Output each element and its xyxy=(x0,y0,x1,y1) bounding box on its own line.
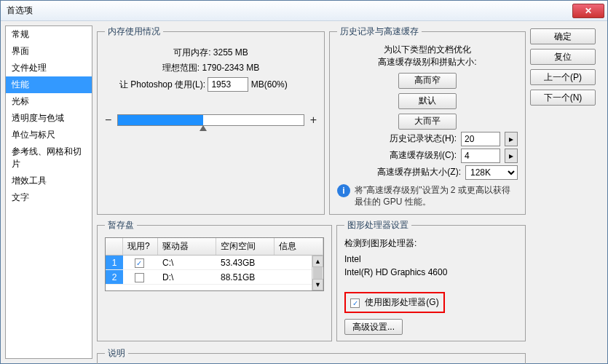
memory-legend: 内存使用情况 xyxy=(105,25,163,38)
cache-tile-label: 高速缓存拼贴大小(Z): xyxy=(377,166,461,178)
adv-btn-row: 高级设置... xyxy=(344,319,518,335)
sidebar-item-interface[interactable]: 界面 xyxy=(6,43,92,60)
let-unit: MB(60%) xyxy=(251,79,288,90)
ideal-value: 1790-2343 MB xyxy=(202,63,259,73)
sidebar-item-plugins[interactable]: 增效工具 xyxy=(6,173,92,189)
let-row: 让 Photoshop 使用(L): MB(60%) xyxy=(119,77,317,92)
row-free: 53.43GB xyxy=(216,258,275,268)
vertical-scrollbar[interactable]: ▲ ▼ xyxy=(312,256,323,290)
avail-label: 可用内存: xyxy=(173,47,210,58)
default-button[interactable]: 默认 xyxy=(398,93,457,109)
history-states-input[interactable] xyxy=(461,132,500,146)
advanced-settings-button[interactable]: 高级设置... xyxy=(344,319,403,335)
left-column: 内存使用情况 可用内存: 3255 MB 理想范围: 1790-2343 MB … xyxy=(97,25,526,359)
right-buttons-column: 确定 复位 上一个(P) 下一个(N) xyxy=(530,25,603,359)
description-fieldset: 说明 xyxy=(97,347,526,364)
top-row: 内存使用情况 可用内存: 3255 MB 理想范围: 1790-2343 MB … xyxy=(97,25,526,215)
active-checkbox[interactable] xyxy=(135,258,144,268)
slider-thumb[interactable] xyxy=(200,125,207,132)
memory-fieldset: 内存使用情况 可用内存: 3255 MB 理想范围: 1790-2343 MB … xyxy=(97,25,325,215)
history-states-label: 历史记录状态(H): xyxy=(390,132,457,145)
active-checkbox[interactable] xyxy=(135,273,144,282)
ideal-label: 理想范围: xyxy=(162,63,200,73)
th-info: 信息 xyxy=(275,238,323,255)
gpu-info: Intel Intel(R) HD Graphics 4600 xyxy=(344,253,518,279)
cache-levels-input[interactable] xyxy=(461,149,500,163)
titlebar: 首选项 ✕ xyxy=(1,1,607,21)
ok-button[interactable]: 确定 xyxy=(530,28,596,44)
tip-row: i 将"高速缓存级别"设置为 2 或更高以获得最佳的 GPU 性能。 xyxy=(337,184,518,209)
cache-tile-field: 高速缓存拼贴大小(Z): 128K xyxy=(337,165,518,180)
let-label: 让 Photoshop 使用(L): xyxy=(119,79,205,90)
scroll-thumb[interactable] xyxy=(313,267,323,279)
tip-text: 将"高速缓存级别"设置为 2 或更高以获得最佳的 GPU 性能。 xyxy=(355,184,518,209)
next-button[interactable]: 下一个(N) xyxy=(530,90,596,106)
memory-input[interactable] xyxy=(208,77,248,92)
memory-slider[interactable] xyxy=(117,114,304,126)
ideal-row: 理想范围: 1790-2343 MB xyxy=(105,62,317,74)
history-states-field: 历史记录状态(H): ▸ xyxy=(337,132,518,146)
row-drive: C:\ xyxy=(158,258,216,268)
main-panel: 内存使用情况 可用内存: 3255 MB 理想范围: 1790-2343 MB … xyxy=(97,25,603,359)
row-active xyxy=(123,272,158,282)
table-body: 1 C:\ 53.43GB 2 D:\ xyxy=(106,256,323,290)
preferences-window: 首选项 ✕ 常规 界面 文件处理 性能 光标 透明度与色域 单位与标尺 参考线、… xyxy=(0,0,608,364)
scratch-fieldset: 暂存盘 现用? 驱动器 空闲空间 信息 1 xyxy=(97,219,332,341)
memory-slider-row: − + xyxy=(105,114,317,127)
use-gpu-checkbox[interactable] xyxy=(350,298,360,308)
th-drive: 驱动器 xyxy=(158,238,216,255)
avail-row: 可用内存: 3255 MB xyxy=(105,47,317,59)
scratch-legend: 暂存盘 xyxy=(105,219,137,232)
row-free: 88.51GB xyxy=(216,272,275,282)
gpu-vendor: Intel xyxy=(344,253,518,266)
sidebar-item-transparency[interactable]: 透明度与色域 xyxy=(6,110,92,127)
gpu-legend: 图形处理器设置 xyxy=(344,219,411,232)
scroll-up-arrow[interactable]: ▲ xyxy=(312,256,323,267)
sidebar-item-guides[interactable]: 参考线、网格和切片 xyxy=(6,143,92,173)
plus-icon: + xyxy=(310,114,317,127)
gpu-model: Intel(R) HD Graphics 4600 xyxy=(344,266,518,279)
cache-tile-select[interactable]: 128K xyxy=(465,165,518,180)
content-area: 常规 界面 文件处理 性能 光标 透明度与色域 单位与标尺 参考线、网格和切片 … xyxy=(1,21,607,363)
minus-icon: − xyxy=(105,114,111,127)
th-active: 现用? xyxy=(123,238,158,255)
row-num: 2 xyxy=(106,270,123,284)
cache-levels-field: 高速缓存级别(C): ▸ xyxy=(337,149,518,163)
mid-row: 暂存盘 现用? 驱动器 空闲空间 信息 1 xyxy=(97,219,526,341)
close-button[interactable]: ✕ xyxy=(572,4,604,18)
avail-value: 3255 MB xyxy=(213,47,248,58)
history-buttons: 高而窄 默认 大而平 xyxy=(337,73,518,130)
row-num: 1 xyxy=(106,256,123,269)
table-row[interactable]: 2 D:\ 88.51GB xyxy=(106,270,323,285)
history-note: 为以下类型的文档优化 高速缓存级别和拼贴大小: xyxy=(337,44,518,68)
slider-fill xyxy=(118,115,203,125)
table-header: 现用? 驱动器 空闲空间 信息 xyxy=(106,238,323,256)
th-num xyxy=(106,238,123,255)
reset-button[interactable]: 复位 xyxy=(530,49,596,65)
use-gpu-label: 使用图形处理器(G) xyxy=(365,297,438,307)
prev-button[interactable]: 上一个(P) xyxy=(530,69,596,85)
description-legend: 说明 xyxy=(105,347,128,360)
sidebar-item-type[interactable]: 文字 xyxy=(6,189,92,206)
row-active xyxy=(123,258,158,268)
scratch-table: 现用? 驱动器 空闲空间 信息 1 C:\ 53.43GB xyxy=(105,237,324,291)
gpu-detect-label: 检测到图形处理器: xyxy=(344,237,518,250)
sidebar-item-cursors[interactable]: 光标 xyxy=(6,93,92,110)
scroll-down-arrow[interactable]: ▼ xyxy=(312,279,323,290)
cache-levels-spinner[interactable]: ▸ xyxy=(505,149,518,163)
gpu-fieldset: 图形处理器设置 检测到图形处理器: Intel Intel(R) HD Grap… xyxy=(336,219,526,341)
use-gpu-highlight: 使用图形处理器(G) xyxy=(344,292,445,313)
table-row[interactable]: 1 C:\ 53.43GB xyxy=(106,256,323,270)
sidebar-item-general[interactable]: 常规 xyxy=(6,26,92,43)
history-legend: 历史记录与高速缓存 xyxy=(337,25,422,38)
info-icon: i xyxy=(337,184,350,197)
history-fieldset: 历史记录与高速缓存 为以下类型的文档优化 高速缓存级别和拼贴大小: 高而窄 默认… xyxy=(329,25,526,215)
cache-levels-label: 高速缓存级别(C): xyxy=(390,149,457,162)
sidebar-item-units[interactable]: 单位与标尺 xyxy=(6,127,92,143)
tall-thin-button[interactable]: 高而窄 xyxy=(398,73,457,89)
sidebar-item-filehandling[interactable]: 文件处理 xyxy=(6,60,92,76)
history-states-spinner[interactable]: ▸ xyxy=(505,132,518,146)
big-flat-button[interactable]: 大而平 xyxy=(398,114,457,130)
sidebar-item-performance[interactable]: 性能 xyxy=(6,76,92,93)
category-sidebar: 常规 界面 文件处理 性能 光标 透明度与色域 单位与标尺 参考线、网格和切片 … xyxy=(5,25,92,359)
